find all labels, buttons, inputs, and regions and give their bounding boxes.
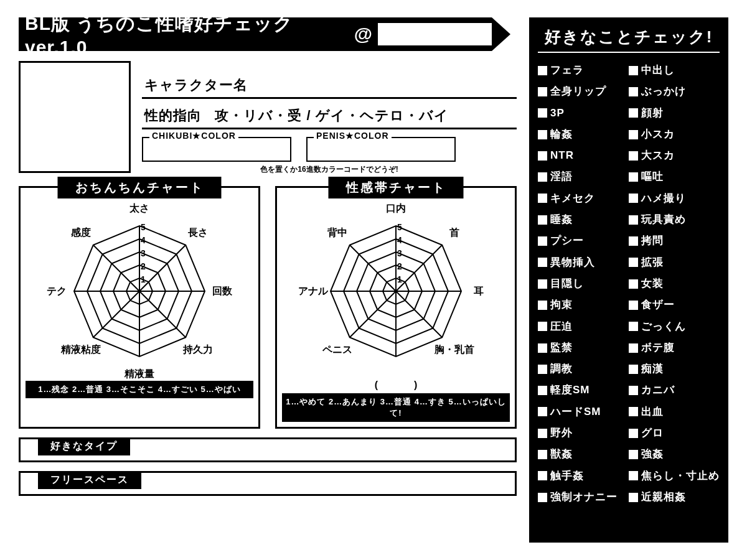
checklist-item[interactable]: 3P: [538, 103, 625, 123]
checklist-item[interactable]: 嘔吐: [629, 167, 720, 187]
checklist-item[interactable]: 輪姦: [538, 124, 625, 144]
checkbox-icon[interactable]: [629, 215, 638, 225]
checkbox-icon[interactable]: [629, 194, 638, 203]
checkbox-icon[interactable]: [538, 194, 547, 203]
free-space-field[interactable]: フリースペース: [19, 471, 517, 496]
checkbox-icon[interactable]: [538, 471, 547, 480]
checklist-item[interactable]: プシー: [538, 231, 625, 251]
checkbox-icon[interactable]: [538, 108, 547, 118]
checklist-label: プシー: [550, 231, 584, 251]
checklist-item[interactable]: グロ: [629, 423, 720, 443]
checklist-item[interactable]: ボテ腹: [629, 338, 720, 358]
checklist-item[interactable]: カニバ: [629, 380, 720, 400]
checkbox-icon[interactable]: [538, 236, 547, 246]
checkbox-icon[interactable]: [538, 130, 547, 139]
checklist-item[interactable]: 野外: [538, 423, 625, 443]
checklist-item[interactable]: 獣姦: [538, 444, 625, 464]
checkbox-icon[interactable]: [629, 66, 638, 75]
checklist-item[interactable]: 淫語: [538, 167, 625, 187]
checklist-item[interactable]: NTR: [538, 146, 625, 166]
checkbox-icon[interactable]: [629, 386, 638, 395]
checkbox-icon[interactable]: [538, 279, 547, 289]
checklist-item[interactable]: 拷問: [629, 231, 720, 251]
favorite-type-field[interactable]: 好きなタイプ: [19, 437, 517, 462]
checklist-item[interactable]: 全身リップ: [538, 82, 625, 101]
checklist-item[interactable]: 女装: [629, 274, 720, 294]
checklist-item[interactable]: 睡姦: [538, 210, 625, 230]
avatar-box[interactable]: [19, 61, 131, 173]
handle-input[interactable]: [378, 23, 492, 45]
checkbox-icon[interactable]: [629, 151, 638, 161]
checklist-item[interactable]: 異物挿入: [538, 253, 625, 273]
checkbox-icon[interactable]: [538, 429, 547, 438]
checklist-item[interactable]: 強姦: [629, 444, 720, 464]
checkbox-icon[interactable]: [629, 108, 638, 118]
checklist-item[interactable]: ハードSM: [538, 402, 625, 422]
checklist-item[interactable]: 調教: [538, 359, 625, 379]
checklist-item[interactable]: ぶっかけ: [629, 82, 720, 101]
checklist-item[interactable]: 強制オナニー: [538, 487, 625, 507]
checkbox-icon[interactable]: [538, 87, 547, 96]
checkbox-icon[interactable]: [629, 365, 638, 374]
checkbox-icon[interactable]: [629, 450, 638, 459]
checkbox-icon[interactable]: [538, 215, 547, 225]
checkbox-icon[interactable]: [629, 322, 638, 331]
checkbox-icon[interactable]: [629, 236, 638, 246]
radar-tick: 5: [141, 222, 146, 232]
checklist-item[interactable]: 出血: [629, 402, 720, 422]
checkbox-icon[interactable]: [629, 130, 638, 139]
penis-color-input[interactable]: PENIS★COLOR: [306, 137, 456, 162]
checklist-item[interactable]: 中出し: [629, 60, 720, 80]
checkbox-icon[interactable]: [538, 365, 547, 374]
character-name-field[interactable]: キャラクター名: [142, 72, 517, 99]
checklist-label: 出血: [641, 402, 664, 422]
chikubi-color-input[interactable]: CHIKUBI★COLOR: [142, 137, 291, 162]
checkbox-icon[interactable]: [629, 87, 638, 96]
checkbox-icon[interactable]: [538, 493, 547, 502]
checklist-item[interactable]: 近親相姦: [629, 487, 720, 507]
checklist-item[interactable]: ごっくん: [629, 317, 720, 337]
checkbox-icon[interactable]: [629, 429, 638, 438]
checkbox-icon[interactable]: [629, 343, 638, 353]
checkbox-icon[interactable]: [538, 172, 547, 182]
checkbox-icon[interactable]: [629, 279, 638, 289]
checklist-item[interactable]: 拘束: [538, 295, 625, 315]
checkbox-icon[interactable]: [538, 258, 547, 267]
orientation-field[interactable]: 性的指向 攻・リバ・受 / ゲイ・ヘテロ・バイ: [142, 103, 517, 129]
checklist-item[interactable]: 触手姦: [538, 466, 625, 486]
checklist-item[interactable]: 顔射: [629, 103, 720, 123]
checkbox-icon[interactable]: [629, 493, 638, 502]
checkbox-icon[interactable]: [538, 343, 547, 353]
checklist-item[interactable]: ハメ撮り: [629, 189, 720, 208]
checkbox-icon[interactable]: [629, 301, 638, 310]
checklist-item[interactable]: フェラ: [538, 60, 625, 80]
checklist-label: ハメ撮り: [641, 189, 686, 208]
checklist-item[interactable]: 監禁: [538, 338, 625, 358]
checklist-item[interactable]: 大スカ: [629, 146, 720, 166]
checklist-item[interactable]: キメセク: [538, 189, 625, 208]
checkbox-icon[interactable]: [629, 471, 638, 480]
checkbox-icon[interactable]: [538, 450, 547, 459]
checkbox-icon[interactable]: [538, 386, 547, 395]
checklist-item[interactable]: 玩具責め: [629, 210, 720, 230]
checkbox-icon[interactable]: [538, 66, 547, 75]
radar-axis-label: テク: [47, 285, 67, 298]
checklist-item[interactable]: 痴漢: [629, 359, 720, 379]
checklist-item[interactable]: 軽度SM: [538, 380, 625, 400]
checkbox-icon[interactable]: [538, 322, 547, 331]
checklist-label: 監禁: [550, 338, 573, 358]
checklist-item[interactable]: 小スカ: [629, 124, 720, 144]
checkbox-icon[interactable]: [629, 258, 638, 267]
checkbox-icon[interactable]: [629, 172, 638, 182]
checkbox-icon[interactable]: [538, 301, 547, 310]
chart2-blank-axis[interactable]: ( ): [282, 380, 510, 391]
checklist-item[interactable]: 圧迫: [538, 317, 625, 337]
checklist-item[interactable]: 焦らし・寸止め: [629, 466, 720, 486]
checkbox-icon[interactable]: [538, 151, 547, 161]
checklist-item[interactable]: 食ザー: [629, 295, 720, 315]
radar-tick: 3: [397, 248, 402, 258]
checklist-item[interactable]: 目隠し: [538, 274, 625, 294]
checklist-item[interactable]: 拡張: [629, 253, 720, 273]
checkbox-icon[interactable]: [538, 407, 547, 416]
checkbox-icon[interactable]: [629, 407, 638, 416]
